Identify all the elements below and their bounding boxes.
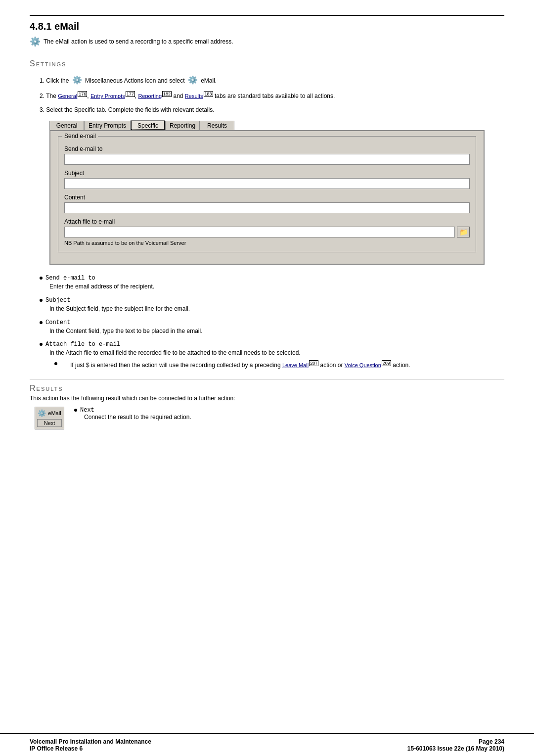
misc-icon: ⚙️ <box>72 76 82 84</box>
next-button-box[interactable]: Next <box>37 419 62 427</box>
reporting-link[interactable]: Reporting <box>138 93 162 99</box>
bullet-section: Send e-mail to Enter the email address o… <box>40 275 504 370</box>
footer-right: Page 234 15-601063 Issue 22e (16 May 201… <box>407 738 504 752</box>
sub-bullet-text2: action or <box>320 362 345 369</box>
step1-prefix: 1. Click the <box>40 77 69 84</box>
dialog-box: Send e-mail Send e-mail to Subject Conte… <box>49 130 485 265</box>
bullet-title-subject: Subject <box>45 297 70 304</box>
tab-specific[interactable]: Specific <box>131 120 165 130</box>
send-email-to-input[interactable] <box>64 154 470 165</box>
field-subject: Subject <box>64 170 470 189</box>
tab-bar: General Entry Prompts Specific Reporting… <box>49 120 504 130</box>
voice-question-ref: 209 <box>382 360 391 366</box>
results-desc: This action has the following result whi… <box>30 395 504 402</box>
leave-mail-ref: 207 <box>309 360 318 366</box>
bullet-desc-attach: In the Attach file to email field the re… <box>49 349 504 357</box>
general-link[interactable]: General <box>58 93 77 99</box>
reporting-ref: 182 <box>162 91 172 97</box>
bullet-desc-subject: In the Subject field, type the subject l… <box>49 305 504 313</box>
results-section: Results This action has the following re… <box>30 379 504 429</box>
next-bullet-title: Next <box>80 407 94 414</box>
settings-heading: Settings <box>30 59 504 68</box>
content-label: Content <box>64 194 470 201</box>
send-email-group: Send e-mail Send e-mail to Subject Conte… <box>58 136 476 252</box>
footer-right-line2: 15-601063 Issue 22e (16 May 2010) <box>407 745 504 752</box>
entry-prompts-ref: 177 <box>126 91 135 97</box>
leave-mail-link[interactable]: Leave Mail <box>282 362 309 368</box>
subject-label: Subject <box>64 170 470 177</box>
content-input[interactable] <box>64 202 470 213</box>
sub-bullet: If just $ is entered then the action wil… <box>54 360 504 370</box>
subject-input[interactable] <box>64 178 470 189</box>
email-action-box: ⚙️ eMail Next <box>35 407 64 429</box>
tab-entry-prompts[interactable]: Entry Prompts <box>84 121 131 130</box>
send-email-to-label: Send e-mail to <box>64 145 470 152</box>
field-send-email-to: Send e-mail to <box>64 145 470 165</box>
footer-left: Voicemail Pro Installation and Maintenan… <box>30 738 151 752</box>
intro-line: ⚙️ The eMail action is used to send a re… <box>30 36 504 47</box>
field-attach: Attach file to e-mail 📁 NB Path is assum… <box>64 218 470 246</box>
step1-middle: Miscellaneous Actions icon and select <box>85 77 184 84</box>
email-icon-small: ⚙️ <box>188 76 198 84</box>
bullet-title-content: Content <box>45 319 70 326</box>
bullet-dot-4 <box>40 343 43 346</box>
bullet-title-attach: Attach file to e-mail <box>45 341 120 348</box>
nb-text: NB Path is assumed to be on the Voicemai… <box>64 240 470 246</box>
footer: Voicemail Pro Installation and Maintenan… <box>0 733 534 756</box>
bullet-subject: Subject In the Subject field, type the s… <box>40 297 504 313</box>
step-1: 1. Click the ⚙️ Miscellaneous Actions ic… <box>40 74 504 86</box>
tab-results[interactable]: Results <box>200 121 234 130</box>
results-heading: Results <box>30 379 504 393</box>
bullet-title-send-email-to: Send e-mail to <box>45 275 95 282</box>
tab-general[interactable]: General <box>49 121 84 130</box>
page-container: 4.8.1 eMail ⚙️ The eMail action is used … <box>0 0 534 756</box>
results-link[interactable]: Results <box>185 93 203 99</box>
step1-suffix: eMail. <box>201 77 217 84</box>
attach-label: Attach file to e-mail <box>64 218 470 225</box>
step2-text: 2. The <box>40 93 56 99</box>
voice-question-link[interactable]: Voice Question <box>345 362 381 368</box>
step-3: 3. Select the Specific tab. Complete the… <box>40 105 504 114</box>
group-label: Send e-mail <box>62 133 98 140</box>
email-action-icon: ⚙️ <box>38 409 46 417</box>
step3-text: 3. Select the Specific tab. Complete the… <box>40 106 215 113</box>
intro-text: The eMail action is used to send a recor… <box>44 38 233 45</box>
field-content: Content <box>64 194 470 213</box>
sub-bullet-text1: If just $ is entered then the action wil… <box>70 362 282 369</box>
bullet-send-email-to: Send e-mail to Enter the email address o… <box>40 275 504 291</box>
step2-suffix: tabs are standard tabs available to all … <box>215 93 335 99</box>
top-rule <box>30 15 504 16</box>
attach-input[interactable] <box>64 227 455 237</box>
footer-left-line1: Voicemail Pro Installation and Maintenan… <box>30 738 151 745</box>
bullet-desc-content: In the Content field, type the text to b… <box>49 327 504 335</box>
step-2: 2. The General176, Entry Prompts177, Rep… <box>40 91 504 100</box>
general-ref: 176 <box>78 91 87 97</box>
browse-icon: 📁 <box>459 228 468 236</box>
tab-reporting[interactable]: Reporting <box>165 121 200 130</box>
page-title: 4.8.1 eMail <box>30 21 504 32</box>
action-box-icon-row: ⚙️ eMail <box>37 409 62 417</box>
next-bullet-desc: Connect the result to the required actio… <box>84 414 191 421</box>
bullet-dot-3 <box>40 321 43 324</box>
bullet-attach: Attach file to e-mail In the Attach file… <box>40 341 504 370</box>
sub-bullet-dot <box>54 362 57 365</box>
browse-button[interactable]: 📁 <box>457 227 470 237</box>
footer-right-line1: Page 234 <box>479 738 504 745</box>
next-bullet-dot <box>74 409 77 412</box>
sub-bullet-desc: If just $ is entered then the action wil… <box>70 360 410 370</box>
sub-bullet-text3: action. <box>393 362 410 369</box>
results-ref: 183 <box>204 91 213 97</box>
entry-prompts-link[interactable]: Entry Prompts <box>90 93 125 99</box>
bullet-dot-1 <box>40 277 43 280</box>
attach-row: 📁 <box>64 227 470 237</box>
bullet-desc-send-email-to: Enter the email address of the recipient… <box>49 283 504 291</box>
next-bullet-area: Next Connect the result to the required … <box>74 407 191 421</box>
next-bullet-row: Next <box>74 407 191 414</box>
bullet-dot-2 <box>40 299 43 302</box>
footer-left-line2: IP Office Release 6 <box>30 745 151 752</box>
results-area: ⚙️ eMail Next Next Connect the result to… <box>35 407 504 429</box>
email-action-label: eMail <box>48 410 61 416</box>
gear-icon: ⚙️ <box>30 36 41 47</box>
bullet-content: Content In the Content field, type the t… <box>40 319 504 335</box>
steps-list: 1. Click the ⚙️ Miscellaneous Actions ic… <box>40 74 504 114</box>
